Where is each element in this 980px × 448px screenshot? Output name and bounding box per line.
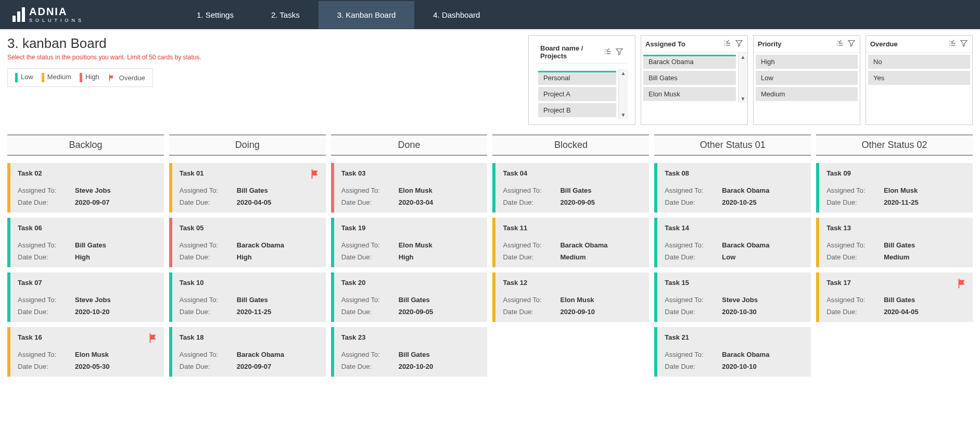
task-card[interactable]: Task 18Assigned To:Barack ObamaDate Due:… xyxy=(169,327,326,377)
card-assigned-label: Assigned To: xyxy=(341,186,399,194)
multiselect-icon[interactable] xyxy=(948,39,957,49)
card-assigned-label: Assigned To: xyxy=(18,241,75,249)
card-assigned-value: Steve Jobs xyxy=(75,186,111,194)
card-assigned-label: Assigned To: xyxy=(826,296,884,304)
column-header[interactable]: Doing xyxy=(169,134,326,156)
card-assigned-value: Barack Obama xyxy=(722,241,769,249)
slicer-overdue-item[interactable]: No xyxy=(868,55,970,69)
card-assigned-label: Assigned To: xyxy=(180,186,237,194)
slicer-overdue-item[interactable]: Yes xyxy=(868,71,970,85)
card-assigned-value: Elon Musk xyxy=(884,186,918,194)
card-assigned-label: Assigned To: xyxy=(826,241,884,249)
scroll-up-icon[interactable]: ▲ xyxy=(741,53,746,61)
task-card[interactable]: Task 17Assigned To:Bill GatesDate Due:20… xyxy=(816,272,973,322)
task-card[interactable]: Task 02Assigned To:Steve JobsDate Due:20… xyxy=(7,163,164,213)
card-due-value: High xyxy=(75,253,90,261)
multiselect-icon[interactable] xyxy=(723,39,732,49)
task-card[interactable]: Task 14Assigned To:Barack ObamaDate Due:… xyxy=(654,218,811,267)
card-due-label: Date Due: xyxy=(18,198,75,206)
column-header[interactable]: Blocked xyxy=(492,134,649,156)
task-card[interactable]: Task 07Assigned To:Steve JobsDate Due:20… xyxy=(7,272,164,322)
task-card[interactable]: Task 20Assigned To:Bill GatesDate Due:20… xyxy=(331,272,488,322)
slicer-priority-item[interactable]: Medium xyxy=(756,87,858,101)
card-due-value: 2020-04-05 xyxy=(237,198,272,206)
task-card[interactable]: Task 19Assigned To:Elon MuskDate Due:Hig… xyxy=(331,218,488,267)
column-cards: Task 01Assigned To:Bill GatesDate Due:20… xyxy=(169,163,326,377)
task-card[interactable]: Task 13Assigned To:Bill GatesDate Due:Me… xyxy=(816,218,973,267)
slicer-board-scrollbar[interactable]: ▲▼ xyxy=(618,69,628,119)
task-card[interactable]: Task 15Assigned To:Steve JobsDate Due:20… xyxy=(654,272,811,322)
slicer-priority-item[interactable]: Low xyxy=(756,71,858,85)
nav-tab-1[interactable]: 2. Tasks xyxy=(252,1,319,29)
card-due-value: 2020-09-05 xyxy=(399,308,434,316)
slicer-board-item[interactable]: Project A xyxy=(538,87,616,101)
column-cards: Task 09Assigned To:Elon MuskDate Due:202… xyxy=(816,163,973,322)
card-due-label: Date Due: xyxy=(665,253,722,261)
task-card[interactable]: Task 04Assigned To:Bill GatesDate Due:20… xyxy=(492,163,649,213)
slicer-priority-item[interactable]: High xyxy=(756,55,858,69)
task-card[interactable]: Task 11Assigned To:Barack ObamaDate Due:… xyxy=(492,218,649,267)
task-card[interactable]: Task 10Assigned To:Bill GatesDate Due:20… xyxy=(169,272,326,322)
title-block: 3. kanban Board Select the status in the… xyxy=(7,35,382,125)
card-due-value: 2020-10-30 xyxy=(722,308,757,316)
flag-icon xyxy=(108,73,116,82)
column-0: BacklogTask 02Assigned To:Steve JobsDate… xyxy=(7,134,164,377)
card-due-label: Date Due: xyxy=(665,198,722,206)
slicer-board-item[interactable]: Project B xyxy=(538,103,616,117)
card-due-value: 2020-10-20 xyxy=(399,363,434,370)
task-card[interactable]: Task 06Assigned To:Bill GatesDate Due:Hi… xyxy=(7,218,164,267)
column-header[interactable]: Done xyxy=(331,134,488,156)
clear-filter-icon[interactable] xyxy=(735,39,743,49)
page-subtitle: Select the status in the positions you w… xyxy=(7,54,382,61)
card-due-value: 2020-09-07 xyxy=(75,198,110,206)
nav-tab-3[interactable]: 4. Dashboard xyxy=(414,1,499,29)
scroll-down-icon[interactable]: ▼ xyxy=(621,110,626,119)
slicer-assigned: Assigned ToBarack ObamaBill GatesElon Mu… xyxy=(641,35,748,125)
slicer-assigned-scrollbar[interactable]: ▲▼ xyxy=(738,53,747,103)
slicer-priority-list: HighLowMedium xyxy=(754,53,860,103)
column-header[interactable]: Backlog xyxy=(7,134,164,156)
scroll-down-icon[interactable]: ▼ xyxy=(741,94,746,103)
nav-tab-2[interactable]: 3. Kanban Board xyxy=(319,1,415,29)
slicer-assigned-item[interactable]: Bill Gates xyxy=(643,71,736,85)
slicer-board-item[interactable]: Personal xyxy=(538,71,616,85)
card-assigned-value: Barack Obama xyxy=(237,241,284,249)
card-title: Task 20 xyxy=(341,279,480,287)
column-header[interactable]: Other Status 02 xyxy=(816,134,973,156)
task-card[interactable]: Task 12Assigned To:Elon MuskDate Due:202… xyxy=(492,272,649,322)
slicer-overdue-header: Overdue xyxy=(866,36,972,53)
column-header[interactable]: Other Status 01 xyxy=(654,134,811,156)
scroll-up-icon[interactable]: ▲ xyxy=(621,69,626,78)
card-due-label: Date Due: xyxy=(503,253,560,261)
slicer-priority: PriorityHighLowMedium xyxy=(753,35,860,125)
card-assigned-value: Bill Gates xyxy=(399,351,430,358)
card-assigned-label: Assigned To: xyxy=(180,351,237,358)
multiselect-icon[interactable] xyxy=(604,47,612,57)
card-assigned-value: Barack Obama xyxy=(722,186,769,194)
card-due-label: Date Due: xyxy=(341,198,399,206)
slicer-assigned-title: Assigned To xyxy=(645,40,685,48)
task-card[interactable]: Task 01Assigned To:Bill GatesDate Due:20… xyxy=(169,163,326,213)
task-card[interactable]: Task 03Assigned To:Elon MuskDate Due:202… xyxy=(331,163,488,213)
card-assigned-label: Assigned To: xyxy=(180,296,237,304)
task-card[interactable]: Task 09Assigned To:Elon MuskDate Due:202… xyxy=(816,163,973,213)
card-assigned-label: Assigned To: xyxy=(665,186,722,194)
nav-tab-0[interactable]: 1. Settings xyxy=(178,1,252,29)
slicer-assigned-item[interactable]: Elon Musk xyxy=(643,87,736,101)
card-assigned-label: Assigned To: xyxy=(341,296,399,304)
card-due-label: Date Due: xyxy=(18,363,75,370)
task-card[interactable]: Task 08Assigned To:Barack ObamaDate Due:… xyxy=(654,163,811,213)
card-title: Task 03 xyxy=(341,169,480,177)
card-due-label: Date Due: xyxy=(503,198,560,206)
multiselect-icon[interactable] xyxy=(836,39,844,49)
clear-filter-icon[interactable] xyxy=(615,47,623,57)
task-card[interactable]: Task 21Assigned To:Barack ObamaDate Due:… xyxy=(654,327,811,377)
clear-filter-icon[interactable] xyxy=(960,39,968,49)
task-card[interactable]: Task 23Assigned To:Bill GatesDate Due:20… xyxy=(331,327,488,377)
slicer-assigned-item[interactable]: Barack Obama xyxy=(643,55,736,69)
task-card[interactable]: Task 05Assigned To:Barack ObamaDate Due:… xyxy=(169,218,326,267)
task-card[interactable]: Task 16Assigned To:Elon MuskDate Due:202… xyxy=(7,327,164,377)
card-due-value: 2020-05-30 xyxy=(75,363,110,370)
card-due-label: Date Due: xyxy=(665,363,722,370)
clear-filter-icon[interactable] xyxy=(847,39,856,49)
